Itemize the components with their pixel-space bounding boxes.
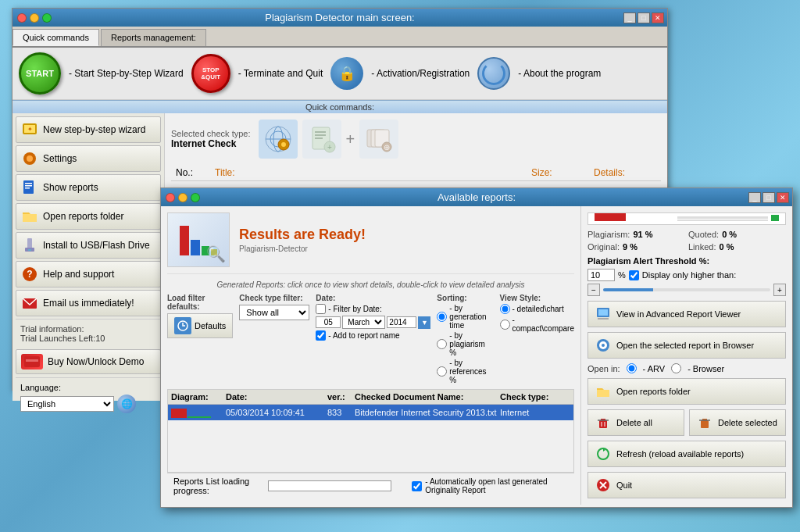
refresh-button[interactable]: Refresh (reload available reports) xyxy=(588,441,786,467)
svg-rect-16 xyxy=(26,359,38,362)
traffic-lights xyxy=(17,13,52,23)
auto-open-row: - Automatically open last generated Orig… xyxy=(412,477,568,495)
results-header: 🔍 Results are Ready! Plagiarism-Detector xyxy=(167,212,574,274)
svg-rect-11 xyxy=(28,249,31,251)
tab-reports-management[interactable]: Reports management: xyxy=(101,29,206,46)
delete-selected-button[interactable]: Delete selected xyxy=(689,409,786,436)
main-toolbar: START - Start Step-by-Step Wizard STOP &… xyxy=(12,48,667,100)
open-folder-button[interactable]: Open reports folder xyxy=(588,378,786,405)
reports-dialog-title: Available reports: xyxy=(438,191,516,203)
minimize-button[interactable]: _ xyxy=(623,12,636,23)
calendar-button[interactable]: ▼ xyxy=(418,316,430,329)
check-type-header: Selected check type: Internet Check + + … xyxy=(171,120,661,159)
doc-check-icon[interactable]: + xyxy=(302,120,341,159)
check-type-filter-dropdown[interactable]: Show all xyxy=(239,305,309,320)
main-title: Plagiarism Detector main screen: xyxy=(265,12,414,23)
internet-check-icon[interactable] xyxy=(259,120,298,159)
sidebar: ✦ New step-by-step wizard Settings Show … xyxy=(12,113,165,401)
magnifier-icon: 🔍 xyxy=(206,245,226,263)
stop-button[interactable]: STOP &QUIT xyxy=(191,54,230,93)
restore-button[interactable]: □ xyxy=(638,12,650,23)
filter-by-date-checkbox[interactable] xyxy=(316,304,326,314)
open-browser-radio[interactable] xyxy=(671,363,681,373)
add-to-report-checkbox[interactable] xyxy=(316,330,326,341)
defaults-button[interactable]: Defaults xyxy=(167,313,233,338)
reports-maximize-light[interactable] xyxy=(191,193,200,202)
svg-text:?: ? xyxy=(27,269,32,280)
slider-minus-button[interactable]: − xyxy=(588,284,600,296)
svg-rect-46 xyxy=(701,420,709,428)
buy-button[interactable]: Buy Now/Unlock Demo xyxy=(16,349,161,374)
open-browser-button[interactable]: Open the selected report in Browser xyxy=(588,332,786,359)
terminate-toolbar-item[interactable]: - Terminate and Quit xyxy=(238,68,323,79)
threshold-slider[interactable] xyxy=(603,288,770,291)
threshold-input[interactable] xyxy=(588,269,615,281)
quit-button[interactable]: Quit xyxy=(588,472,786,498)
about-label: - About the program xyxy=(518,68,601,79)
svg-rect-9 xyxy=(27,238,32,249)
sidebar-btn-usb[interactable]: Install to USB/Flash Drive xyxy=(16,232,161,259)
window-controls: _ □ ✕ xyxy=(623,12,664,23)
svg-rect-41 xyxy=(599,420,607,428)
date-day-input[interactable] xyxy=(316,316,341,328)
multi-check-icon[interactable]: ⊕ xyxy=(359,120,398,159)
sidebar-label-open-folder: Open reports folder xyxy=(43,211,123,222)
sidebar-btn-open-folder[interactable]: Open reports folder xyxy=(16,203,161,230)
view-detailed-radio[interactable] xyxy=(500,304,510,314)
sort-plagiarism-radio[interactable] xyxy=(437,339,447,349)
sidebar-btn-email[interactable]: Email us immediately! xyxy=(16,290,161,316)
date-month-select[interactable]: March xyxy=(342,316,385,329)
progress-bar-area: Reports List loading progress: - Automat… xyxy=(167,473,574,498)
progress-bar xyxy=(268,480,391,491)
add-to-report-row: - Add to report name xyxy=(316,330,430,341)
plagiarism-chart xyxy=(588,212,786,225)
reports-restore-button[interactable]: □ xyxy=(762,192,775,203)
generated-note: Generated Reports: click once to view sh… xyxy=(167,280,574,289)
reports-minimize-light[interactable] xyxy=(178,193,188,202)
threshold-slider-row: − + xyxy=(588,284,786,296)
defaults-icon xyxy=(174,317,191,334)
sort-generation-radio[interactable] xyxy=(437,312,447,322)
threshold-checkbox[interactable] xyxy=(629,270,639,280)
threshold-row: % Display only higher than: xyxy=(588,269,786,281)
globe-button[interactable]: 🌐 xyxy=(117,395,136,413)
results-image: 🔍 xyxy=(167,212,230,267)
linked-stat: Linked: 0 % xyxy=(688,242,786,252)
buy-icon xyxy=(21,354,43,370)
view-compact-radio[interactable] xyxy=(500,320,510,330)
reports-minimize-button[interactable]: _ xyxy=(748,192,761,203)
tab-quick-commands[interactable]: Quick commands xyxy=(12,29,99,46)
load-defaults-group: Load filter defaults: Defaults xyxy=(167,294,233,338)
reports-close-button[interactable]: ✕ xyxy=(777,192,789,203)
minimize-light[interactable] xyxy=(30,13,39,23)
check-type-filter-group: Check type filter: Show all xyxy=(239,294,309,320)
sidebar-btn-wizard[interactable]: ✦ New step-by-step wizard xyxy=(16,116,161,143)
date-year-input[interactable] xyxy=(387,316,416,328)
maximize-light[interactable] xyxy=(42,13,52,23)
svg-rect-37 xyxy=(598,318,609,320)
sidebar-btn-reports[interactable]: Show reports xyxy=(16,174,161,201)
slider-plus-button[interactable]: + xyxy=(773,284,786,296)
delete-all-button[interactable]: Delete all xyxy=(588,409,684,436)
start-button[interactable]: START xyxy=(19,52,61,95)
view-detailed-row: - detailed\chart xyxy=(500,304,574,314)
svg-text:✦: ✦ xyxy=(27,126,33,133)
results-heading: Results are Ready! xyxy=(239,227,366,243)
report-row[interactable]: 05/03/2014 10:09:41 833 Bitdefender Inte… xyxy=(168,405,573,420)
sidebar-btn-help[interactable]: ? Help and support xyxy=(16,261,161,287)
svg-rect-7 xyxy=(25,185,32,187)
close-button[interactable]: ✕ xyxy=(652,12,664,23)
reports-dialog: Available reports: _ □ ✕ 🔍 xyxy=(160,187,793,508)
view-advanced-button[interactable]: View in Advanced Report Viewer xyxy=(588,301,786,327)
language-dropdown[interactable]: English xyxy=(20,396,114,412)
about-toolbar-item[interactable]: - About the program xyxy=(518,68,601,79)
open-arv-radio[interactable] xyxy=(627,363,637,373)
sidebar-btn-settings[interactable]: Settings xyxy=(16,145,161,172)
close-light[interactable] xyxy=(17,13,27,23)
wizard-toolbar-item[interactable]: - Start Step-by-Step Wizard xyxy=(69,68,184,79)
results-text: Results are Ready! Plagiarism-Detector xyxy=(239,227,366,253)
activation-toolbar-item[interactable]: - Activation/Registration xyxy=(371,68,470,79)
sort-references-radio[interactable] xyxy=(437,366,447,377)
auto-open-checkbox[interactable] xyxy=(412,481,422,491)
reports-close-light[interactable] xyxy=(166,193,175,202)
